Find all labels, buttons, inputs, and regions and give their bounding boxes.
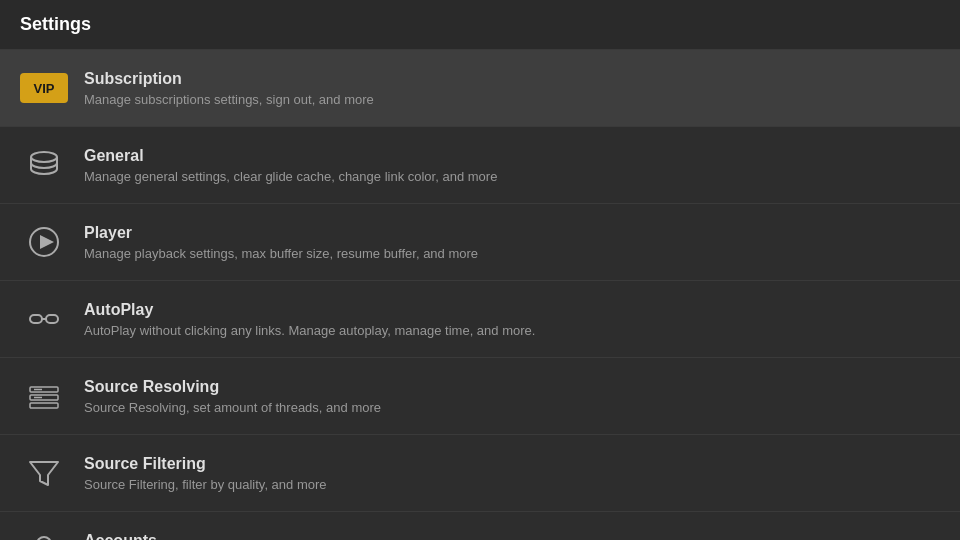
player-title: Player [84, 224, 478, 242]
page-title: Settings [0, 0, 960, 49]
accounts-icon [20, 526, 68, 540]
settings-item-source-filtering[interactable]: Source Filtering Source Filtering, filte… [0, 434, 960, 511]
source-resolving-title: Source Resolving [84, 378, 381, 396]
settings-item-subscription[interactable]: VIP Subscription Manage subscriptions se… [0, 49, 960, 126]
general-icon [20, 141, 68, 189]
source-filtering-description: Source Filtering, filter by quality, and… [84, 477, 327, 492]
accounts-title: Accounts [84, 532, 500, 541]
settings-item-autoplay[interactable]: AutoPlay AutoPlay without clicking any l… [0, 280, 960, 357]
autoplay-icon [20, 295, 68, 343]
subscription-description: Manage subscriptions settings, sign out,… [84, 92, 374, 107]
settings-list: VIP Subscription Manage subscriptions se… [0, 49, 960, 540]
general-title: General [84, 147, 497, 165]
general-description: Manage general settings, clear glide cac… [84, 169, 497, 184]
autoplay-description: AutoPlay without clicking any links. Man… [84, 323, 535, 338]
vip-icon: VIP [20, 64, 68, 112]
svg-rect-3 [30, 315, 42, 323]
svg-rect-8 [30, 403, 58, 408]
source-resolving-description: Source Resolving, set amount of threads,… [84, 400, 381, 415]
autoplay-title: AutoPlay [84, 301, 535, 319]
player-icon [20, 218, 68, 266]
settings-item-general[interactable]: General Manage general settings, clear g… [0, 126, 960, 203]
svg-point-0 [31, 152, 57, 162]
source-resolving-icon [20, 372, 68, 420]
svg-marker-11 [30, 462, 58, 485]
settings-item-accounts[interactable]: Accounts Add/Manage accounts Trakt.tv, A… [0, 511, 960, 540]
svg-rect-4 [46, 315, 58, 323]
svg-marker-2 [40, 235, 54, 249]
settings-item-source-resolving[interactable]: Source Resolving Source Resolving, set a… [0, 357, 960, 434]
subscription-title: Subscription [84, 70, 374, 88]
source-filtering-icon [20, 449, 68, 497]
settings-item-player[interactable]: Player Manage playback settings, max buf… [0, 203, 960, 280]
player-description: Manage playback settings, max buffer siz… [84, 246, 478, 261]
source-filtering-title: Source Filtering [84, 455, 327, 473]
